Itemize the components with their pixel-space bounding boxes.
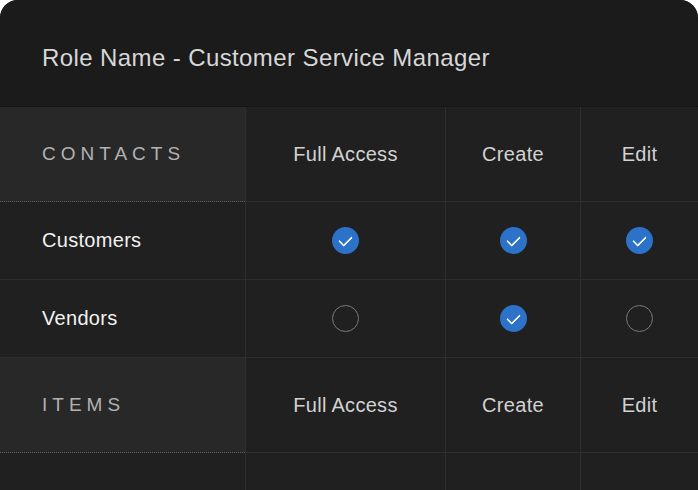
column-header-cell-create: Create — [445, 358, 580, 453]
permission-cell — [445, 202, 580, 280]
section-label: CONTACTS — [42, 143, 185, 165]
column-header-full-access: Full Access — [293, 143, 397, 166]
title-bar: Role Name - Customer Service Manager — [0, 0, 698, 107]
permission-checkbox-customers-full-access[interactable] — [332, 227, 359, 254]
column-header-cell-full-access: Full Access — [245, 107, 445, 202]
section-label-cell-contacts: CONTACTS — [0, 107, 245, 202]
permission-row-customers: Customers — [0, 202, 698, 280]
column-header-full-access: Full Access — [293, 394, 397, 417]
section-header-row-contacts: CONTACTS Full Access Create Edit — [0, 107, 698, 202]
column-header-create: Create — [482, 143, 544, 166]
column-header-cell-edit: Edit — [580, 107, 698, 202]
section-label-cell-items: ITEMS — [0, 358, 245, 453]
column-header-cell-edit: Edit — [580, 358, 698, 453]
row-label: Customers — [42, 229, 141, 252]
column-header-cell-create: Create — [445, 107, 580, 202]
section-label: ITEMS — [42, 394, 125, 416]
section-header-row-items: ITEMS Full Access Create Edit — [0, 358, 698, 453]
permission-checkbox-vendors-full-access[interactable] — [332, 305, 359, 332]
permission-cell — [245, 453, 445, 490]
column-header-cell-full-access: Full Access — [245, 358, 445, 453]
permission-cell — [580, 453, 698, 490]
row-label-cell-customers: Customers — [0, 202, 245, 280]
permission-checkbox-customers-edit[interactable] — [626, 227, 653, 254]
permission-checkbox-customers-create[interactable] — [500, 227, 527, 254]
role-permissions-card: Role Name - Customer Service Manager CON… — [0, 0, 698, 490]
permission-cell — [245, 202, 445, 280]
permission-checkbox-vendors-edit[interactable] — [626, 305, 653, 332]
permission-cell — [580, 280, 698, 358]
permission-cell — [245, 280, 445, 358]
permission-cell — [580, 202, 698, 280]
page-title: Role Name - Customer Service Manager — [42, 34, 490, 72]
permission-checkbox-vendors-create[interactable] — [500, 305, 527, 332]
row-label-cell — [0, 453, 245, 490]
column-header-edit: Edit — [622, 143, 658, 166]
permission-cell — [445, 453, 580, 490]
row-label: Vendors — [42, 307, 118, 330]
row-label-cell-vendors: Vendors — [0, 280, 245, 358]
column-header-create: Create — [482, 394, 544, 417]
permission-row-vendors: Vendors — [0, 280, 698, 358]
permission-row-partial — [0, 453, 698, 490]
column-header-edit: Edit — [622, 394, 658, 417]
permissions-table: CONTACTS Full Access Create Edit Custome… — [0, 107, 698, 490]
permission-cell — [445, 280, 580, 358]
